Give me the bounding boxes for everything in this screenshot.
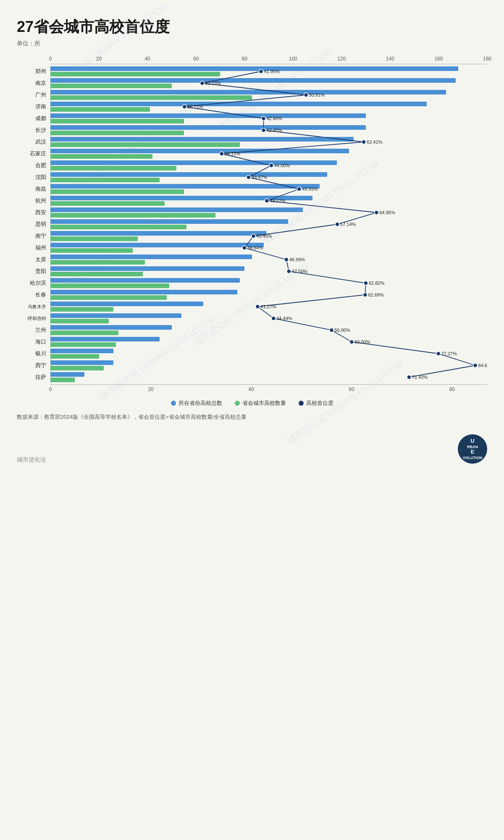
legend-label: 高校首位度 — [306, 399, 333, 407]
legend-dot — [171, 401, 176, 406]
bar-total — [50, 149, 349, 153]
bar-capital — [50, 84, 172, 88]
bar-capital — [50, 107, 150, 112]
bar-total — [50, 160, 337, 165]
bar-group — [50, 360, 487, 370]
unit-label: 单位：所 — [17, 40, 487, 47]
bar-capital — [50, 331, 118, 335]
bar-group — [50, 266, 487, 276]
bar-capital — [50, 142, 240, 147]
bar-capital — [50, 319, 109, 323]
city-label: 广州 — [17, 91, 50, 99]
table-row: 太原 — [17, 254, 487, 265]
table-row: 兰州 — [17, 325, 487, 336]
bar-group — [50, 149, 487, 159]
bar-total — [50, 196, 312, 200]
table-row: 石家庄 — [17, 148, 487, 159]
bar-capital — [50, 248, 133, 253]
city-label: 西安 — [17, 209, 50, 216]
bar-total — [50, 360, 113, 365]
bar-group — [50, 102, 487, 112]
axis-bottom-label: 40 — [248, 386, 254, 392]
chart-area: 郑州南京广州济南成都长沙武汉石家庄合肥沈阳南昌杭州西安昆明南宁福州太原贵阳哈尔滨… — [17, 66, 487, 383]
bar-capital — [50, 154, 152, 159]
bar-capital — [50, 284, 169, 288]
axis-bottom-label: 80 — [449, 386, 455, 392]
bar-capital — [50, 378, 75, 382]
bar-total — [50, 184, 320, 189]
bar-total — [50, 290, 237, 294]
table-row: 杭州 — [17, 195, 487, 206]
legend-item: 高校首位度 — [299, 399, 333, 407]
bar-total — [50, 302, 203, 306]
city-label: 杭州 — [17, 197, 50, 205]
bar-total — [50, 207, 303, 212]
city-label: 拉萨 — [17, 373, 50, 381]
city-label: 合肥 — [17, 162, 50, 169]
table-row: 哈尔滨 — [17, 278, 487, 289]
bar-capital — [50, 354, 99, 359]
city-label: 武汉 — [17, 138, 50, 146]
chart-wrapper: 020406080100120140160180 郑州南京广州济南成都长沙武汉石… — [17, 56, 487, 393]
axis-bottom-label: 20 — [148, 386, 153, 392]
table-row: 长沙 — [17, 125, 487, 136]
bar-group — [50, 172, 487, 182]
axis-top: 020406080100120140160180 — [50, 56, 487, 64]
city-label: 成都 — [17, 115, 50, 122]
axis-top-label: 120 — [337, 56, 346, 62]
axis-top-label: 100 — [289, 56, 297, 62]
axis-top-label: 80 — [242, 56, 247, 62]
ue-logo: URBANEVOLUTION — [458, 434, 487, 464]
bar-group — [50, 231, 487, 241]
bar-total — [50, 313, 181, 318]
axis-top-label: 20 — [96, 56, 102, 62]
bar-capital — [50, 295, 167, 300]
table-row: 南昌 — [17, 184, 487, 194]
bar-capital — [50, 307, 113, 312]
legend: 所在省份高校总数省会城市高校数量高校首位度 — [17, 399, 487, 407]
bar-capital — [50, 166, 176, 171]
city-label: 哈尔滨 — [17, 279, 50, 287]
bar-total — [50, 172, 327, 177]
table-row: 乌鲁木齐 — [17, 301, 487, 312]
city-label: 石家庄 — [17, 150, 50, 158]
bar-total — [50, 113, 366, 118]
table-row: 济南 — [17, 101, 487, 112]
bar-capital — [50, 201, 165, 206]
bar-capital — [50, 178, 160, 182]
table-row: 郑州 — [17, 66, 487, 77]
axis-bottom-label: 0 — [49, 386, 52, 392]
bar-total — [50, 125, 366, 130]
bar-capital — [50, 189, 184, 194]
bar-group — [50, 184, 487, 194]
bar-capital — [50, 119, 184, 123]
bar-capital — [50, 272, 143, 276]
table-row: 广州 — [17, 89, 487, 100]
bar-total — [50, 255, 252, 259]
bar-total — [50, 66, 458, 71]
axis-top-label: 140 — [386, 56, 394, 62]
bar-group — [50, 160, 487, 171]
axis-top-label: 60 — [193, 56, 199, 62]
legend-item: 省会城市高校数量 — [235, 399, 286, 407]
page-title: 27省会城市高校首位度 — [17, 17, 487, 37]
table-row: 贵阳 — [17, 266, 487, 277]
bar-group — [50, 66, 487, 76]
bar-capital — [50, 131, 184, 135]
table-row: 武汉 — [17, 136, 487, 147]
bar-group — [50, 243, 487, 253]
bar-total — [50, 231, 266, 236]
bar-total — [50, 372, 84, 377]
city-label: 昆明 — [17, 220, 50, 228]
bar-group — [50, 278, 487, 288]
footer-brand: 城市进化论 — [17, 456, 46, 464]
bar-group — [50, 325, 487, 335]
bar-group — [50, 255, 487, 265]
axis-bottom: 020406080 — [50, 384, 487, 393]
bar-total — [50, 325, 172, 330]
table-row: 福州 — [17, 242, 487, 253]
bar-group — [50, 125, 487, 135]
city-label: 南昌 — [17, 185, 50, 193]
table-row: 合肥 — [17, 160, 487, 171]
legend-dot — [299, 401, 304, 406]
